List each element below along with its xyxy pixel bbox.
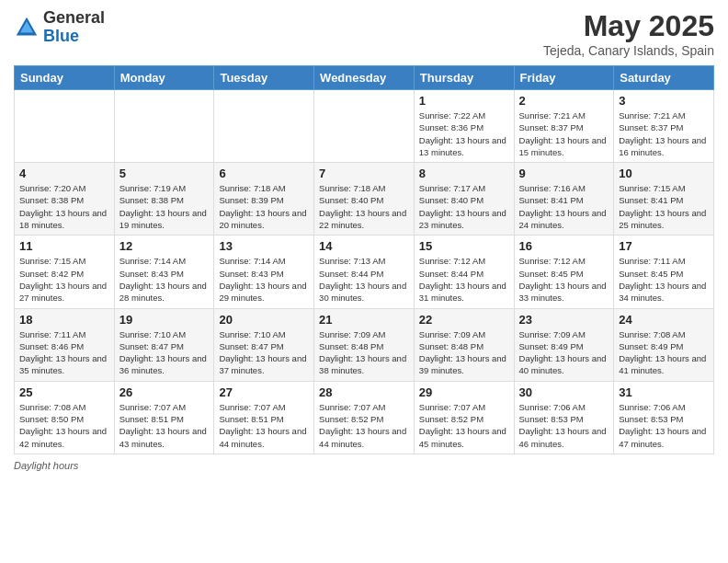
calendar-cell: 19Sunrise: 7:10 AM Sunset: 8:47 PM Dayli… <box>114 308 214 381</box>
day-info: Sunrise: 7:09 AM Sunset: 8:48 PM Dayligh… <box>319 328 409 377</box>
calendar-cell: 31Sunrise: 7:06 AM Sunset: 8:53 PM Dayli… <box>614 381 714 454</box>
day-info: Sunrise: 7:09 AM Sunset: 8:49 PM Dayligh… <box>519 328 609 377</box>
day-number: 3 <box>619 94 709 108</box>
day-number: 23 <box>519 313 609 327</box>
calendar-cell: 13Sunrise: 7:14 AM Sunset: 8:43 PM Dayli… <box>214 236 314 308</box>
header-day-tuesday: Tuesday <box>214 66 314 90</box>
day-number: 24 <box>619 313 709 327</box>
day-info: Sunrise: 7:19 AM Sunset: 8:38 PM Dayligh… <box>119 182 210 231</box>
calendar-cell: 9Sunrise: 7:16 AM Sunset: 8:41 PM Daylig… <box>514 163 614 236</box>
day-number: 16 <box>519 239 609 253</box>
day-info: Sunrise: 7:20 AM Sunset: 8:38 PM Dayligh… <box>19 182 109 231</box>
day-number: 31 <box>619 385 709 399</box>
calendar-body: 1Sunrise: 7:22 AM Sunset: 8:36 PM Daylig… <box>15 90 714 454</box>
day-number: 30 <box>519 385 609 399</box>
day-info: Sunrise: 7:15 AM Sunset: 8:42 PM Dayligh… <box>19 255 109 304</box>
day-number: 27 <box>219 385 309 399</box>
calendar-cell: 11Sunrise: 7:15 AM Sunset: 8:42 PM Dayli… <box>15 236 115 308</box>
day-number: 5 <box>119 167 210 180</box>
calendar-week-3: 18Sunrise: 7:11 AM Sunset: 8:46 PM Dayli… <box>15 308 714 381</box>
subtitle: Tejeda, Canary Islands, Spain <box>543 43 714 58</box>
header-day-wednesday: Wednesday <box>314 66 415 90</box>
calendar-cell: 27Sunrise: 7:07 AM Sunset: 8:51 PM Dayli… <box>214 381 314 454</box>
day-info: Sunrise: 7:11 AM Sunset: 8:45 PM Dayligh… <box>619 255 709 304</box>
logo: General Blue <box>14 9 105 46</box>
day-number: 21 <box>319 313 409 327</box>
day-number: 28 <box>319 385 409 399</box>
calendar-cell: 7Sunrise: 7:18 AM Sunset: 8:40 PM Daylig… <box>314 163 415 236</box>
calendar-cell: 2Sunrise: 7:21 AM Sunset: 8:37 PM Daylig… <box>514 90 614 163</box>
calendar-cell <box>114 90 214 163</box>
day-info: Sunrise: 7:21 AM Sunset: 8:37 PM Dayligh… <box>619 109 709 158</box>
day-info: Sunrise: 7:13 AM Sunset: 8:44 PM Dayligh… <box>319 255 409 304</box>
day-info: Sunrise: 7:12 AM Sunset: 8:45 PM Dayligh… <box>519 255 609 304</box>
day-number: 25 <box>19 385 109 399</box>
day-number: 18 <box>19 313 109 327</box>
calendar-cell: 21Sunrise: 7:09 AM Sunset: 8:48 PM Dayli… <box>314 308 415 381</box>
calendar-cell: 24Sunrise: 7:08 AM Sunset: 8:49 PM Dayli… <box>614 308 714 381</box>
day-info: Sunrise: 7:06 AM Sunset: 8:53 PM Dayligh… <box>519 401 609 450</box>
calendar-cell: 17Sunrise: 7:11 AM Sunset: 8:45 PM Dayli… <box>614 236 714 308</box>
day-number: 20 <box>219 313 309 327</box>
logo-icon <box>14 15 40 40</box>
day-number: 2 <box>519 94 609 108</box>
day-info: Sunrise: 7:07 AM Sunset: 8:51 PM Dayligh… <box>219 401 309 450</box>
calendar-cell: 29Sunrise: 7:07 AM Sunset: 8:52 PM Dayli… <box>414 381 514 454</box>
day-info: Sunrise: 7:15 AM Sunset: 8:41 PM Dayligh… <box>619 182 709 231</box>
title-block: May 2025 Tejeda, Canary Islands, Spain <box>543 9 714 58</box>
day-number: 19 <box>119 313 210 327</box>
day-number: 9 <box>519 167 609 180</box>
calendar-cell: 12Sunrise: 7:14 AM Sunset: 8:43 PM Dayli… <box>114 236 214 308</box>
calendar-cell: 8Sunrise: 7:17 AM Sunset: 8:40 PM Daylig… <box>414 163 514 236</box>
day-number: 4 <box>19 167 109 180</box>
day-info: Sunrise: 7:08 AM Sunset: 8:49 PM Dayligh… <box>619 328 709 377</box>
day-info: Sunrise: 7:18 AM Sunset: 8:40 PM Dayligh… <box>319 182 409 231</box>
logo-general: General <box>43 9 105 28</box>
calendar-cell: 30Sunrise: 7:06 AM Sunset: 8:53 PM Dayli… <box>514 381 614 454</box>
calendar-cell: 18Sunrise: 7:11 AM Sunset: 8:46 PM Dayli… <box>15 308 115 381</box>
day-info: Sunrise: 7:10 AM Sunset: 8:47 PM Dayligh… <box>219 328 309 377</box>
day-info: Sunrise: 7:14 AM Sunset: 8:43 PM Dayligh… <box>219 255 309 304</box>
day-info: Sunrise: 7:12 AM Sunset: 8:44 PM Dayligh… <box>419 255 509 304</box>
daylight-label: Daylight hours <box>14 460 78 471</box>
day-info: Sunrise: 7:18 AM Sunset: 8:39 PM Dayligh… <box>219 182 309 231</box>
day-info: Sunrise: 7:11 AM Sunset: 8:46 PM Dayligh… <box>19 328 109 377</box>
day-number: 7 <box>319 167 409 180</box>
day-number: 8 <box>419 167 509 180</box>
calendar-cell: 23Sunrise: 7:09 AM Sunset: 8:49 PM Dayli… <box>514 308 614 381</box>
day-info: Sunrise: 7:22 AM Sunset: 8:36 PM Dayligh… <box>419 109 509 158</box>
header-row: SundayMondayTuesdayWednesdayThursdayFrid… <box>15 66 714 90</box>
calendar-cell: 5Sunrise: 7:19 AM Sunset: 8:38 PM Daylig… <box>114 163 214 236</box>
logo-blue: Blue <box>43 28 105 46</box>
day-number: 1 <box>419 94 509 108</box>
calendar-week-1: 4Sunrise: 7:20 AM Sunset: 8:38 PM Daylig… <box>15 163 714 236</box>
calendar-cell: 6Sunrise: 7:18 AM Sunset: 8:39 PM Daylig… <box>214 163 314 236</box>
calendar-cell: 1Sunrise: 7:22 AM Sunset: 8:36 PM Daylig… <box>414 90 514 163</box>
day-number: 11 <box>19 239 109 253</box>
calendar-cell: 26Sunrise: 7:07 AM Sunset: 8:51 PM Dayli… <box>114 381 214 454</box>
calendar-week-2: 11Sunrise: 7:15 AM Sunset: 8:42 PM Dayli… <box>15 236 714 308</box>
calendar-cell: 16Sunrise: 7:12 AM Sunset: 8:45 PM Dayli… <box>514 236 614 308</box>
calendar-cell <box>214 90 314 163</box>
calendar-cell: 3Sunrise: 7:21 AM Sunset: 8:37 PM Daylig… <box>614 90 714 163</box>
page-header: General Blue May 2025 Tejeda, Canary Isl… <box>14 9 714 58</box>
calendar-cell: 22Sunrise: 7:09 AM Sunset: 8:48 PM Dayli… <box>414 308 514 381</box>
calendar-week-4: 25Sunrise: 7:08 AM Sunset: 8:50 PM Dayli… <box>15 381 714 454</box>
calendar-cell: 4Sunrise: 7:20 AM Sunset: 8:38 PM Daylig… <box>15 163 115 236</box>
day-info: Sunrise: 7:06 AM Sunset: 8:53 PM Dayligh… <box>619 401 709 450</box>
day-info: Sunrise: 7:07 AM Sunset: 8:52 PM Dayligh… <box>419 401 509 450</box>
day-info: Sunrise: 7:14 AM Sunset: 8:43 PM Dayligh… <box>119 255 210 304</box>
day-info: Sunrise: 7:07 AM Sunset: 8:52 PM Dayligh… <box>319 401 409 450</box>
header-day-friday: Friday <box>514 66 614 90</box>
calendar-cell: 14Sunrise: 7:13 AM Sunset: 8:44 PM Dayli… <box>314 236 415 308</box>
calendar-header: SundayMondayTuesdayWednesdayThursdayFrid… <box>15 66 714 90</box>
day-info: Sunrise: 7:09 AM Sunset: 8:48 PM Dayligh… <box>419 328 509 377</box>
calendar-cell: 10Sunrise: 7:15 AM Sunset: 8:41 PM Dayli… <box>614 163 714 236</box>
day-info: Sunrise: 7:21 AM Sunset: 8:37 PM Dayligh… <box>519 109 609 158</box>
day-number: 29 <box>419 385 509 399</box>
day-number: 10 <box>619 167 709 180</box>
calendar-table: SundayMondayTuesdayWednesdayThursdayFrid… <box>14 65 714 454</box>
calendar-cell: 15Sunrise: 7:12 AM Sunset: 8:44 PM Dayli… <box>414 236 514 308</box>
day-number: 14 <box>319 239 409 253</box>
header-day-monday: Monday <box>114 66 214 90</box>
